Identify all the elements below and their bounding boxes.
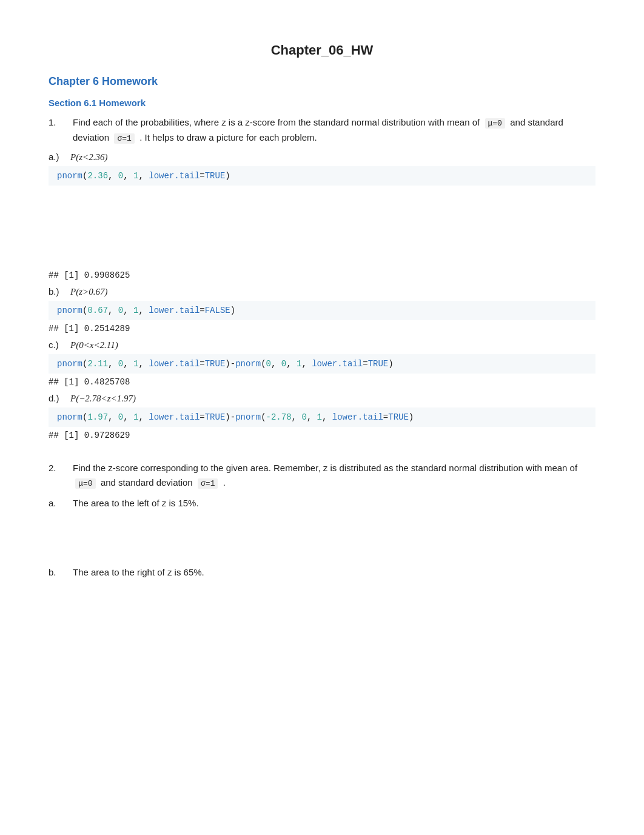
problem-2-part-b-text: The area to the right of z is 65%. — [73, 565, 204, 580]
part-b-output: ## [1] 0.2514289 — [49, 324, 595, 334]
part-a-expr: P(z<2.36) — [70, 152, 107, 163]
problem-2-number: 2. — [49, 461, 65, 491]
part-d-label: d.) P(−2.78<z<1.97) — [49, 393, 595, 404]
mu-value-1: μ=0 — [485, 118, 505, 129]
part-a-code: pnorm(2.36, 0, 1, lower.tail=TRUE) — [49, 166, 595, 186]
part-c-expr: P(0<x<2.11) — [70, 340, 118, 350]
part-c-code: pnorm(2.11, 0, 1, lower.tail=TRUE)-pnorm… — [49, 354, 595, 374]
problem-1: 1. Find each of the probabilities, where… — [49, 115, 595, 146]
problem-2: 2. Find the z-score corresponding to the… — [49, 461, 595, 491]
section-heading: Section 6.1 Homework — [49, 98, 595, 108]
part-d-letter: d.) — [49, 393, 65, 403]
mu-value-2: μ=0 — [75, 478, 95, 489]
part-d-code: pnorm(1.97, 0, 1, lower.tail=TRUE)-pnorm… — [49, 407, 595, 427]
problem-2-part-b: b. The area to the right of z is 65%. — [49, 565, 595, 580]
part-b-code: pnorm(0.67, 0, 1, lower.tail=FALSE) — [49, 301, 595, 320]
part-b-label: b.) P(z>0.67) — [49, 286, 595, 297]
part-c-output: ## [1] 0.4825708 — [49, 377, 595, 387]
problem-1-text: Find each of the probabilities, where z … — [73, 115, 595, 146]
part-a-label: a.) P(z<2.36) — [49, 152, 595, 163]
problem-2-text: Find the z-score corresponding to the gi… — [73, 461, 595, 491]
problem-1-number: 1. — [49, 115, 65, 146]
problem-2-part-a-text: The area to the left of z is 15%. — [73, 496, 199, 511]
sigma-value-2: σ=1 — [198, 478, 218, 489]
part-c-letter: c.) — [49, 340, 65, 350]
part-a-output: ## [1] 0.9908625 — [49, 270, 595, 280]
chapter-heading: Chapter 6 Homework — [49, 75, 595, 88]
part-b-expr: P(z>0.67) — [70, 287, 107, 297]
problem-2-part-b-label: b. — [49, 565, 65, 580]
part-a-letter: a.) — [49, 152, 65, 162]
part-d-output: ## [1] 0.9728629 — [49, 431, 595, 440]
problem-2-part-a-label: a. — [49, 496, 65, 511]
part-c-label: c.) P(0<x<2.11) — [49, 340, 595, 350]
part-d-expr: P(−2.78<z<1.97) — [70, 394, 136, 404]
problem-2-part-a: a. The area to the left of z is 15%. — [49, 496, 595, 511]
page-title: Chapter_06_HW — [49, 42, 595, 58]
part-b-letter: b.) — [49, 286, 65, 297]
sigma-value-1: σ=1 — [114, 133, 134, 144]
